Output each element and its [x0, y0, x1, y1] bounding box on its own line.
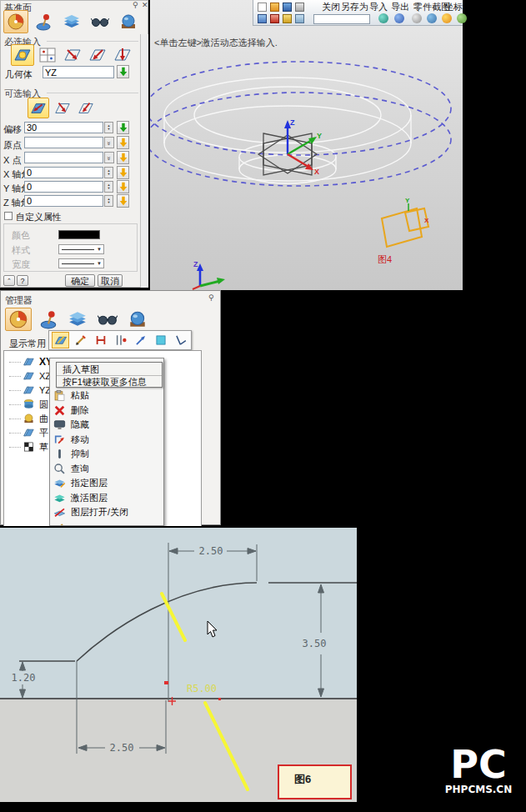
context-menu-item-query[interactable]: 查询 — [50, 462, 163, 476]
manager-gauge-button[interactable] — [5, 308, 32, 331]
yellow-down-arrow-icon — [118, 153, 128, 163]
custom-attr-checkbox[interactable] — [4, 212, 13, 220]
offset-spinner[interactable]: ▲▼ — [104, 122, 113, 133]
geometry-apply-button[interactable] — [117, 65, 129, 78]
tree-item-yz-plane[interactable]: YZ — [9, 383, 51, 397]
required-method-grid-button[interactable] — [36, 44, 59, 66]
context-menu-item-move[interactable]: 移动 — [50, 433, 163, 447]
optional-method-button-3[interactable] — [75, 98, 97, 118]
xpoint-label: X 点 — [3, 154, 21, 167]
dialog-scrollbar[interactable] — [140, 34, 148, 288]
context-menu-item-delete[interactable]: 删除 — [50, 403, 163, 418]
viewport-hint-text: <单击左键>激活动态选择输入. — [154, 37, 278, 49]
context-menu-item-layer-toggle[interactable]: 图层打开/关闭 — [50, 505, 163, 519]
context-menu-item-paste[interactable]: 粘贴 — [50, 388, 163, 403]
origin-apply-button[interactable] — [117, 136, 129, 149]
dim-bottom-value[interactable]: 2.50 — [110, 742, 134, 754]
help-button[interactable]: ? — [17, 275, 28, 286]
zangle-input[interactable] — [24, 195, 103, 207]
context-menu-item-activate-layer[interactable]: 激活图层 — [50, 491, 163, 505]
dimension-tool-button[interactable] — [112, 332, 129, 348]
radius-dim-value[interactable]: R5.00 — [187, 683, 217, 694]
tree-item-xy-plane[interactable]: XY — [9, 355, 53, 368]
zangle-apply-button[interactable] — [117, 194, 129, 208]
sketch-plane-indicator[interactable] — [382, 208, 428, 247]
offset-apply-button[interactable] — [117, 121, 129, 134]
tree-item-plane[interactable]: 平 — [9, 426, 48, 439]
xangle-input[interactable] — [24, 167, 103, 178]
pin-icon[interactable]: ⚲ — [133, 1, 138, 9]
manager-joystick-button[interactable] — [35, 308, 62, 331]
dim-top-value[interactable]: 2.50 — [199, 545, 223, 557]
datum-sphere-button[interactable] — [116, 10, 141, 33]
geometry-input[interactable] — [43, 66, 114, 78]
origin-input[interactable] — [24, 137, 103, 148]
required-method-plane-bulb-button[interactable] — [11, 44, 34, 66]
style-label: 样式 — [12, 244, 30, 257]
datum-layers-button[interactable] — [59, 10, 84, 33]
filter-label[interactable]: 显示常用 — [9, 338, 46, 350]
optional-method-button-2[interactable] — [52, 98, 73, 118]
context-menu-item-partial[interactable] — [50, 520, 163, 526]
close-icon[interactable]: ✕ — [142, 1, 148, 9]
dim-left-value[interactable]: 1.20 — [12, 672, 36, 684]
sketch-canvas[interactable]: 2.50 3.50 1.20 2.50 R5.00 — [0, 528, 357, 802]
xpoint-input[interactable] — [24, 152, 103, 163]
cancel-button[interactable]: 取消 — [98, 274, 123, 287]
context-menu-item-suppress[interactable]: 抑制 — [50, 447, 163, 461]
xangle-spinner[interactable]: ▲▼ — [104, 167, 113, 178]
datum-gauge-button[interactable] — [3, 10, 28, 33]
xpoint-apply-button[interactable] — [117, 151, 129, 164]
yangle-input[interactable] — [24, 181, 103, 193]
yellow-down-arrow-icon — [118, 138, 128, 148]
optional-method-button-1[interactable] — [28, 98, 49, 118]
manager-glasses-button[interactable] — [94, 308, 121, 331]
layer-toggle-icon — [53, 506, 66, 519]
offset-input[interactable] — [24, 122, 103, 133]
ok-button[interactable]: 确定 — [65, 274, 95, 287]
xpoint-picker-button[interactable]: » — [104, 152, 114, 163]
view-triad-z-label: Z — [193, 260, 198, 268]
geometry-label: 几何体 — [5, 68, 33, 81]
gauge-icon — [8, 309, 28, 329]
required-method-plane-arrow-button-2[interactable] — [86, 44, 109, 66]
tree-item-sketch[interactable]: 草 — [9, 440, 48, 454]
yellow-down-arrow-icon — [118, 182, 128, 192]
arrow-tool-button[interactable] — [132, 332, 149, 348]
line-width-select[interactable]: ▼ — [58, 258, 104, 268]
yellow-down-arrow-icon — [118, 168, 128, 178]
xangle-apply-button[interactable] — [117, 166, 129, 179]
rectangle-tool-button[interactable] — [152, 332, 169, 348]
pin-icon[interactable]: ⚲ — [208, 293, 214, 302]
manager-sphere-button[interactable] — [124, 308, 151, 331]
constraint-tool-button[interactable] — [92, 332, 109, 348]
context-menu-item-assign-layer[interactable]: 指定图层 — [50, 476, 163, 490]
tree-item-cylinder[interactable]: 圆 — [9, 398, 48, 411]
manager-layers-button[interactable] — [64, 308, 91, 331]
yangle-spinner[interactable]: ▲▼ — [104, 181, 113, 193]
tree-item-surface[interactable]: 曲 — [9, 412, 48, 425]
axis-y-label: Y — [317, 132, 322, 140]
zangle-spinner[interactable]: ▲▼ — [104, 195, 113, 207]
insert-sketch-button[interactable] — [52, 332, 69, 348]
yangle-apply-button[interactable] — [117, 180, 129, 193]
glasses-icon — [98, 309, 118, 329]
collapse-button[interactable]: ⌃ — [3, 275, 15, 286]
origin-picker-button[interactable]: » — [104, 137, 114, 148]
required-method-plane-arrow-button-1[interactable] — [61, 44, 84, 66]
viewport-3d[interactable]: 关闭 另存为 导入 导出 零件截图 坐标 — [150, 0, 463, 290]
tree-connector — [9, 419, 21, 419]
line-style-select[interactable]: ▼ — [58, 244, 104, 254]
context-menu-item-hide[interactable]: 隐藏 — [50, 418, 163, 432]
tree-item-xz-plane[interactable]: XZ — [9, 369, 51, 383]
pencil-tool-button[interactable] — [72, 332, 89, 348]
sketch-axis-x-label: X — [424, 217, 429, 224]
sketch-drawing[interactable]: 2.50 3.50 1.20 2.50 R5.00 — [0, 528, 357, 802]
required-method-plane-arrow-button-3[interactable] — [111, 44, 134, 66]
datum-joystick-button[interactable] — [31, 10, 56, 33]
color-swatch[interactable] — [58, 230, 100, 239]
angle-tool-button[interactable] — [172, 332, 189, 348]
dimension-icon — [114, 333, 128, 347]
datum-glasses-button[interactable] — [88, 10, 113, 33]
dim-right-value[interactable]: 3.50 — [303, 638, 327, 649]
